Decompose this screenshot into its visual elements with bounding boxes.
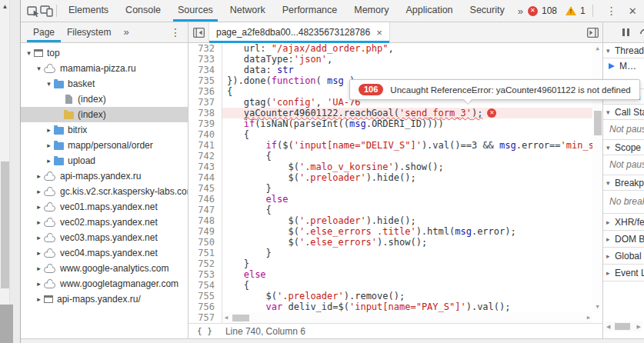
- tab-memory[interactable]: Memory: [345, 0, 397, 22]
- line-number[interactable]: 746: [189, 194, 222, 205]
- code-line-740[interactable]: 740 {: [189, 129, 602, 140]
- thread-item-main[interactable]: Main: [603, 58, 644, 74]
- tab-sources[interactable]: Sources: [169, 0, 222, 22]
- sidebar-horizontal-scrollbar[interactable]: ◀ ▶: [605, 321, 642, 331]
- collapsed-arrow-icon[interactable]: ▸: [34, 188, 44, 195]
- more-panels-chevron-icon[interactable]: »: [513, 5, 528, 17]
- collapsed-arrow-icon[interactable]: ▸: [34, 265, 44, 272]
- warning-count[interactable]: 1: [580, 5, 586, 16]
- vertical-scrollbar-thumb[interactable]: [594, 111, 602, 135]
- tree-item-www-google-analytics-com[interactable]: ▸www.google-analytics.com: [21, 261, 188, 276]
- line-number[interactable]: 733: [189, 54, 222, 65]
- tab-elements[interactable]: Elements: [60, 0, 117, 22]
- code-line-747[interactable]: 747 {: [189, 205, 602, 215]
- collapsed-arrow-icon[interactable]: ▸: [34, 249, 44, 257]
- scroll-left-arrow-icon[interactable]: ◀: [225, 315, 228, 321]
- code-line-741[interactable]: 741 if($('input[name="DELIV_S"]').val()=…: [189, 140, 602, 151]
- code-line-751[interactable]: 751 }: [189, 248, 602, 258]
- tree-item-vec01-maps-yandex-net[interactable]: ▸vec01.maps.yandex.net: [21, 199, 188, 215]
- code-line-738[interactable]: 738 yaCounter49601122.reachGoal('send_fo…: [189, 108, 602, 118]
- line-number[interactable]: 739: [189, 118, 222, 129]
- error-icon[interactable]: ✕: [487, 108, 496, 118]
- line-number[interactable]: 742: [189, 151, 222, 162]
- sidebar-section-scope[interactable]: ▾Scope: [603, 140, 644, 155]
- horizontal-scrollbar-thumb[interactable]: [232, 315, 249, 321]
- inspect-element-icon[interactable]: [27, 2, 40, 20]
- expanded-arrow-icon[interactable]: ▾: [44, 80, 54, 88]
- navigator-menu-icon[interactable]: ⋮: [170, 26, 181, 38]
- line-number[interactable]: 749: [189, 226, 222, 237]
- error-badge-icon[interactable]: [528, 6, 538, 16]
- sidebar-section-breakpoints[interactable]: ▾Breakpoints: [603, 175, 644, 191]
- code-line-749[interactable]: 749 $('.else_errors .title').html(msg.er…: [189, 226, 602, 237]
- line-number[interactable]: 740: [189, 129, 222, 140]
- close-file-tab-icon[interactable]: ×: [376, 28, 382, 38]
- line-number[interactable]: 745: [189, 183, 222, 194]
- scroll-left-arrow-icon[interactable]: ◀: [606, 324, 610, 330]
- line-number[interactable]: 748: [189, 215, 222, 226]
- step-over-icon[interactable]: [639, 25, 644, 39]
- collapsed-arrow-icon[interactable]: ▸: [34, 234, 44, 241]
- tree-item-api-maps-yandex-ru[interactable]: ▸api-maps.yandex.ru/: [21, 291, 188, 307]
- collapsed-arrow-icon[interactable]: ▸: [44, 126, 54, 134]
- line-number[interactable]: 747: [189, 205, 222, 215]
- expanded-arrow-icon[interactable]: ▾: [34, 65, 44, 72]
- tree-item-mapp-personal-order[interactable]: ▸mapp/personal/order: [21, 138, 188, 153]
- line-number[interactable]: 735: [189, 75, 222, 86]
- close-devtools-icon[interactable]: ✕: [627, 5, 644, 17]
- collapsed-arrow-icon[interactable]: ▸: [34, 203, 44, 211]
- sidebar-section-event-listener-breakpoints[interactable]: ▸Event Listener Breakpoints: [603, 265, 644, 281]
- line-number[interactable]: 755: [189, 291, 222, 301]
- code-line-755[interactable]: 755 $('.preloader').remove();: [189, 291, 602, 301]
- tab-application[interactable]: Application: [397, 0, 461, 22]
- tree-item-vec04-maps-yandex-net[interactable]: ▸vec04.maps.yandex.net: [21, 245, 188, 261]
- scroll-right-arrow-icon[interactable]: ▶: [637, 324, 641, 330]
- line-number[interactable]: 736: [189, 86, 222, 97]
- sidebar-section-dom-breakpoints[interactable]: ▸DOM Breakpoints: [603, 231, 644, 248]
- error-count[interactable]: 108: [542, 5, 557, 16]
- sidebar-section-xhr-fetch-breakpoints[interactable]: ▸XHR/fetch Breakpoints: [603, 214, 644, 231]
- line-number[interactable]: 752: [189, 258, 222, 269]
- tab-performance[interactable]: Performance: [274, 0, 346, 22]
- tree-item-top[interactable]: ▾top: [21, 45, 188, 61]
- collapsed-arrow-icon[interactable]: ▸: [34, 295, 44, 303]
- tree-item-vec02-maps-yandex-net[interactable]: ▸vec02.maps.yandex.net: [21, 215, 188, 230]
- tree-item-vec03-maps-yandex-net[interactable]: ▸vec03.maps.yandex.net: [21, 230, 188, 245]
- tab-security[interactable]: Security: [462, 0, 513, 22]
- show-drawer-icon[interactable]: [582, 22, 602, 42]
- tree-item-basket[interactable]: ▾basket: [21, 76, 188, 92]
- tree-item-index[interactable]: (index): [21, 92, 188, 107]
- horizontal-scrollbar-thumb[interactable]: [615, 323, 630, 330]
- line-number[interactable]: 756: [189, 301, 222, 312]
- scroll-up-arrow-icon[interactable]: ▲: [592, 45, 602, 52]
- tree-item-www-googletagmanager-com[interactable]: ▸www.googletagmanager.com: [21, 276, 188, 291]
- expanded-arrow-icon[interactable]: ▾: [24, 49, 34, 57]
- line-number[interactable]: 750: [189, 237, 222, 248]
- tab-network[interactable]: Network: [222, 0, 274, 22]
- scroll-right-arrow-icon[interactable]: ▶: [587, 315, 590, 321]
- page-scrollbar-thumb[interactable]: [1, 162, 9, 288]
- tree-item-index[interactable]: (index): [21, 107, 188, 122]
- code-line-745[interactable]: 745 }: [189, 183, 602, 194]
- collapsed-arrow-icon[interactable]: ▸: [34, 172, 44, 180]
- scroll-up-arrow-icon[interactable]: ▲: [0, 3, 10, 10]
- pause-script-execution-icon[interactable]: [622, 28, 629, 36]
- code-line-750[interactable]: 750 $('.else_errors').show();: [189, 237, 602, 248]
- tree-item-mamamia-pizza-ru[interactable]: ▾mamamia-pizza.ru: [21, 61, 188, 76]
- line-number[interactable]: 757: [189, 312, 222, 323]
- code-line-744[interactable]: 744 $('.preloader').hide();: [189, 172, 602, 183]
- code-line-742[interactable]: 742 {: [189, 151, 602, 162]
- code-line-748[interactable]: 748 $('.preloader').hide();: [189, 215, 602, 226]
- code-line-756[interactable]: 756 var deliv_id=$('input[name="PAY_S"]'…: [189, 301, 602, 312]
- pretty-print-icon[interactable]: { }: [197, 326, 212, 336]
- warning-badge-icon[interactable]: !: [566, 6, 576, 15]
- sidebar-section-threads[interactable]: ▾Threads: [603, 43, 644, 58]
- code-line-739[interactable]: 739 if(isNaN(parseInt((msg.ORDERI_ID)))): [189, 118, 602, 129]
- tree-item-gc-kis-v2-scr-kaspersky-labs-com[interactable]: ▸gc.kis.v2.scr.kaspersky-labs.com: [21, 184, 188, 199]
- collapsed-arrow-icon[interactable]: ▸: [44, 142, 54, 149]
- toggle-device-toolbar-icon[interactable]: [40, 2, 53, 20]
- collapsed-arrow-icon[interactable]: ▸: [44, 157, 54, 165]
- code-line-752[interactable]: 752 }: [189, 258, 602, 269]
- devtools-menu-icon[interactable]: ⋮: [600, 5, 623, 17]
- sidebar-section-global-listeners[interactable]: ▸Global Listeners: [603, 248, 644, 265]
